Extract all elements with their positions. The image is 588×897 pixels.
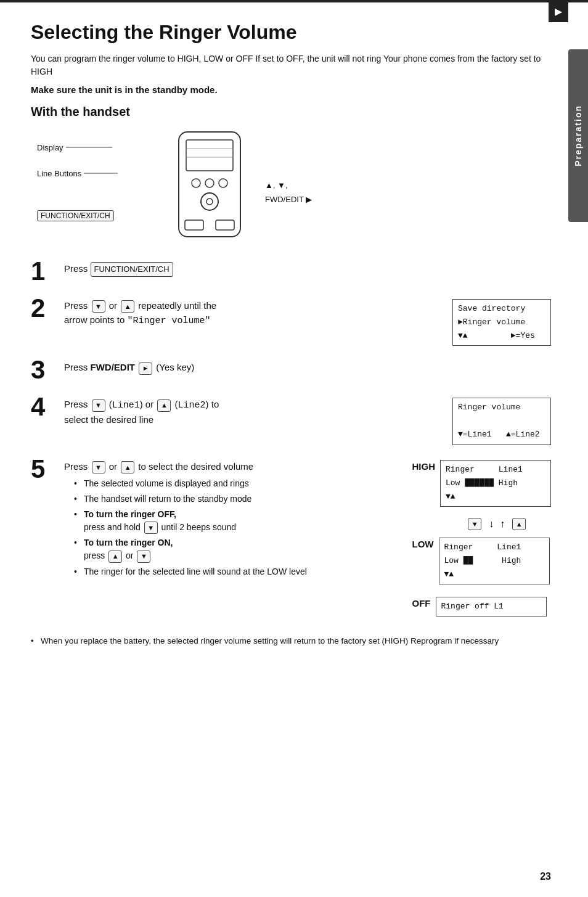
up-arrow-btn-5: ▲ [121,461,134,473]
high-display-line1: Ringer Line1 [446,463,545,477]
step-2-display-line3: ▼▲ ►=Yes [458,329,545,343]
up-arrow-btn: ▲ [121,300,134,313]
step-4-display-line2 [458,414,545,428]
bullet-3: To turn the ringer OFF,press and hold ▼ … [74,508,400,534]
high-display: Ringer Line1 Low ██████ High ▼▲ [440,460,551,507]
diagram-labels-left: Display Line Buttons FUNCTION/EXIT/CH [37,141,121,221]
step-5-number: 5 [31,456,55,482]
step-1-number: 1 [31,258,55,284]
svg-point-8 [219,179,227,187]
page-number: 23 [540,871,551,882]
step-5-displays: HIGH Ringer Line1 Low ██████ High ▼▲ ▼ ↓… [412,460,552,621]
line-buttons-leader [84,167,121,179]
step-3-number: 3 [31,357,55,383]
up-btn-on: ▲ [108,551,122,563]
svg-point-7 [205,179,214,187]
up-arrow-vol: ▲ [512,518,526,530]
step-2-display-line1: Save directory [458,302,545,316]
arrow-tab [549,0,568,22]
bullet-2: The handset will return to the standby m… [74,493,400,506]
low-display-line1: Ringer Line1 [444,541,544,554]
step-5-bullets: The selected volume is displayed and rin… [74,477,400,578]
diagram-labels-right: ▲, ▼, FWD/EDIT ▶ [265,178,312,207]
footer-note: When you replace the battery, the select… [31,635,551,647]
bullet-4: To turn the ringer ON,press ▲ or ▼ [74,536,400,562]
display-leader-line [66,141,115,154]
step-2-number: 2 [31,295,55,321]
step-3-content: Press FWD/EDIT ► (Yes key) [64,357,551,375]
step-5-main-text: Press ▼ or ▲ to select the desired volum… [64,460,400,474]
off-vol-row: OFF Ringer off L1 [412,597,552,616]
svg-point-9 [201,193,218,210]
down-arrow-btn: ▼ [92,300,105,313]
high-display-line3: ▼▲ [446,490,545,504]
step-3: 3 Press FWD/EDIT ► (Yes key) [31,357,551,383]
step-5-text-area: Press ▼ or ▲ to select the desired volum… [64,460,400,581]
function-exit-ch-btn: FUNCTION/EXIT/CH [91,262,173,277]
step-2: 2 Press ▼ or ▲ repeatedly until thearrow… [31,295,551,346]
function-exit-ch-label: FUNCTION/EXIT/CH [37,210,121,221]
step-4-display-line3: ▼=Line1 ▲=Line2 [458,428,545,441]
step-4-display-line1: Ringer volume [458,401,545,414]
display-label: Display [37,141,121,154]
page-title: Selecting the Ringer Volume [31,21,551,44]
down-btn-off: ▼ [144,522,158,534]
svg-rect-11 [185,220,203,230]
line-buttons-label: Line Buttons [37,167,121,179]
step-4: 4 Press ▼ (Line1) or ▲ (Line2) toselect … [31,394,551,444]
step-5: 5 Press ▼ or ▲ to select the desired vol… [31,456,551,621]
up-down-label: ▲, ▼, [265,178,312,192]
step-5-content: Press ▼ or ▲ to select the desired volum… [64,456,551,621]
fwd-edit-label: FWD/EDIT ▶ [265,192,312,207]
step-1: 1 Press FUNCTION/EXIT/CH [31,258,551,284]
step-4-content: Press ▼ (Line1) or ▲ (Line2) toselect th… [64,394,551,444]
step-4-display: Ringer volume ▼=Line1 ▲=Line2 [452,398,551,444]
low-display-line2: Low ██ High [444,554,544,568]
svg-point-6 [192,179,200,187]
side-tab-preparation: Preparation [568,49,588,222]
down-arrow-indicator: ↓ [489,517,494,531]
phone-illustration [160,129,259,248]
off-display-line1: Ringer off L1 [441,600,541,613]
standby-note: Make sure the unit is in the standby mod… [31,84,551,95]
step-4-text: Press ▼ (Line1) or ▲ (Line2) toselect th… [64,398,440,427]
step-2-display-line2: ►Ringer volume [458,316,545,329]
svg-rect-3 [186,140,233,171]
low-display: Ringer Line1 Low ██ High ▼▲ [439,538,550,584]
bullet-1: The selected volume is displayed and rin… [74,477,400,490]
up-arrow-btn-4: ▲ [157,399,171,412]
step-2-display: Save directory ►Ringer volume ▼▲ ►=Yes [452,299,551,346]
step-2-content: Press ▼ or ▲ repeatedly until thearrow p… [64,295,551,346]
phone-svg [160,129,259,246]
svg-rect-2 [179,132,240,237]
side-tab-label: Preparation [573,105,583,166]
down-arrow-btn-5: ▼ [92,461,105,473]
low-label: LOW [412,538,434,552]
step-4-number: 4 [31,394,55,420]
high-vol-row: HIGH Ringer Line1 Low ██████ High ▼▲ [412,460,552,507]
step-2-text: Press ▼ or ▲ repeatedly until thearrow p… [64,299,440,328]
step-1-content: Press FUNCTION/EXIT/CH [64,258,551,277]
down-arrow-vol: ▼ [468,518,481,530]
off-label: OFF [412,597,431,611]
down-arrow-btn-4: ▼ [92,399,105,412]
svg-rect-12 [216,220,234,230]
svg-point-10 [206,199,213,205]
fwd-edit-btn: ► [139,362,152,375]
handset-section-title: With the handset [31,105,551,119]
step5-arrows-row: ▼ ↓ ↑ ▲ [443,517,552,531]
high-label: HIGH [412,460,436,474]
intro-text: You can program the ringer volume to HIG… [31,52,551,78]
down-btn-on: ▼ [137,551,150,563]
bullet-5: The ringer for the selected line will so… [74,565,400,578]
up-arrow-indicator: ↑ [500,517,505,531]
low-vol-row: LOW Ringer Line1 Low ██ High ▼▲ [412,538,552,584]
fwd-edit-label-bold: FWD/EDIT [91,362,136,372]
function-exit-ch-key: FUNCTION/EXIT/CH [37,210,114,221]
low-display-line3: ▼▲ [444,568,544,581]
off-display: Ringer off L1 [436,597,547,616]
high-display-line2: Low ██████ High [446,477,545,490]
handset-diagram: Display Line Buttons FUNCTION/EXIT/CH [37,129,551,252]
